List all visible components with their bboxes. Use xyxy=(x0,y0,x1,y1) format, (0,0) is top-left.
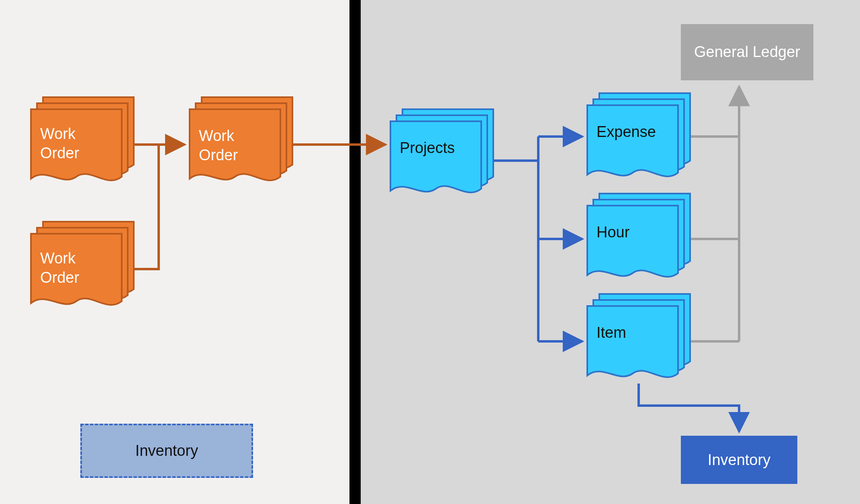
node-inventory-right: Inventory xyxy=(681,436,797,484)
label-general-ledger: General Ledger xyxy=(694,43,800,61)
panel-divider xyxy=(349,0,361,504)
diagram-canvas: Work Order Work Order Work Order Project… xyxy=(0,0,860,504)
label-inventory-right: Inventory xyxy=(708,451,770,469)
node-inventory-left: Inventory xyxy=(80,424,253,478)
node-general-ledger: General Ledger xyxy=(681,24,813,80)
label-inventory-left: Inventory xyxy=(135,442,198,459)
